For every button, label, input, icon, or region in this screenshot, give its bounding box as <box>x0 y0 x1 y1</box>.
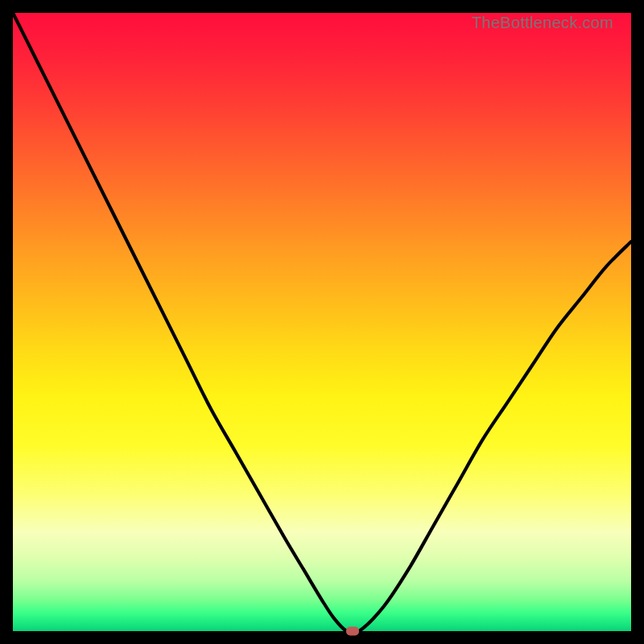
chart-container: TheBottleneck.com <box>0 0 644 644</box>
optimal-point-marker <box>346 627 359 636</box>
plot-area: TheBottleneck.com <box>13 13 631 631</box>
bottleneck-curve <box>13 13 631 631</box>
